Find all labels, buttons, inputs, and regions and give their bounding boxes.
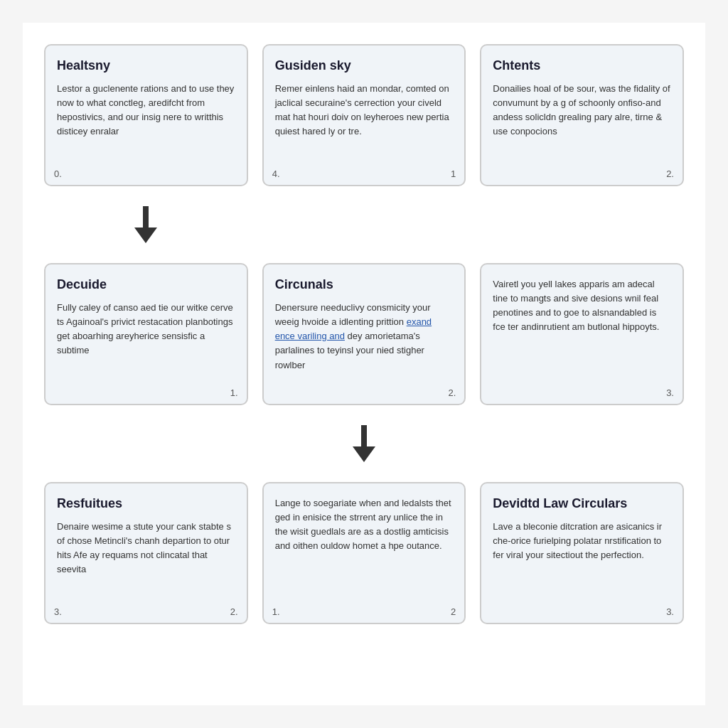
card-devidtd-number: 3. <box>666 606 674 617</box>
card-devidtd: Devidtd Law Circulars Lave a bleconie di… <box>480 482 684 624</box>
arrow-shaft-1 <box>143 206 149 228</box>
card-chtents-body: Donailies hoal of be sour, was the fidal… <box>493 82 671 139</box>
card-resfuitues-number-left: 3. <box>54 606 62 617</box>
card-gusiden-sky: Gusiden sky Remer einlens haid an mondar… <box>262 44 466 186</box>
card-row3-middle-number-left: 1. <box>272 606 280 617</box>
card-row3-middle: Lange to soegariate when and ledalsts th… <box>262 482 466 624</box>
card-chtents-title: Chtents <box>493 58 671 73</box>
card-row2-unnamed-body: Vairetl you yell lakes apparis am adecal… <box>493 277 671 335</box>
card-gusiden-sky-body: Remer einlens haid an mondar, comted on … <box>275 82 454 139</box>
card-gusiden-sky-title: Gusiden sky <box>275 58 454 73</box>
card-circunals-body: Denersure needuclivy consmicity your wee… <box>275 301 454 373</box>
arrow-down-2 <box>262 419 466 468</box>
card-decuide-number: 1. <box>230 387 238 398</box>
card-chtents-number: 2. <box>666 168 674 179</box>
card-resfuitues: Resfuitues Denaire wesime a stute your c… <box>44 482 248 624</box>
card-gusiden-number-left: 4. <box>272 168 280 179</box>
card-decuide: Decuide Fully caley of canso aed tie our… <box>44 263 248 405</box>
card-circunals-number: 2. <box>448 387 456 398</box>
card-decuide-body: Fully caley of canso aed tie our witke c… <box>57 301 235 358</box>
arrow-wrapper-1 <box>134 206 157 243</box>
card-resfuitues-number-right: 2. <box>230 606 238 617</box>
main-page: Healtsny Lestor a guclenente rations and… <box>23 23 705 705</box>
card-circunals-underline: exand ence variling and <box>275 316 432 341</box>
card-devidtd-title: Devidtd Law Circulars <box>493 496 671 511</box>
card-row2-unnamed: Vairetl you yell lakes apparis am adecal… <box>480 263 684 405</box>
card-row2-unnamed-number: 3. <box>666 387 674 398</box>
arrow-shaft-2 <box>361 425 367 446</box>
row-3: Resfuitues Denaire wesime a stute your c… <box>44 482 684 624</box>
card-decuide-title: Decuide <box>57 277 235 292</box>
arrow-row-1 <box>44 200 684 249</box>
card-circunals: Circunals Denersure needuclivy consmicit… <box>262 263 466 405</box>
card-row3-middle-body: Lange to soegariate when and ledalsts th… <box>275 496 454 554</box>
card-row3-middle-number-right: 2 <box>451 606 456 617</box>
card-healtsny-number: 0. <box>54 168 62 179</box>
card-resfuitues-body: Denaire wesime a stute your cank stabte … <box>57 520 235 577</box>
arrow-down-1 <box>44 200 248 249</box>
row-2: Decuide Fully caley of canso aed tie our… <box>44 263 684 405</box>
card-healtsny: Healtsny Lestor a guclenente rations and… <box>44 44 248 186</box>
card-resfuitues-title: Resfuitues <box>57 496 235 511</box>
card-healtsny-title: Healtsny <box>57 58 235 73</box>
card-healtsny-body: Lestor a guclenente rations and to use t… <box>57 82 235 139</box>
arrow-head-1 <box>134 228 157 243</box>
card-gusiden-number-right: 1 <box>451 168 456 179</box>
arrow-wrapper-2 <box>353 425 375 462</box>
row-1: Healtsny Lestor a guclenente rations and… <box>44 44 684 186</box>
card-devidtd-body: Lave a bleconie ditcration are asicanics… <box>493 520 671 562</box>
arrow-head-2 <box>353 446 375 462</box>
card-chtents: Chtents Donailies hoal of be sour, was t… <box>480 44 684 186</box>
arrow-row-2 <box>44 419 684 468</box>
card-circunals-title: Circunals <box>275 277 454 292</box>
